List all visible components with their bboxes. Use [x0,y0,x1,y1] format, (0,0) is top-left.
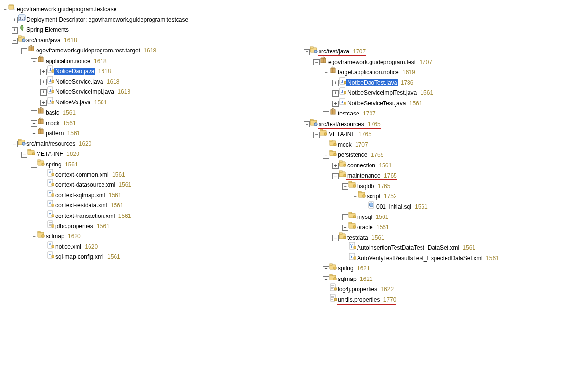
collapse-icon[interactable]: − [332,173,339,179]
tree-node[interactable]: Ycontext-testdata.xml 1561 [2,199,294,209]
expand-icon[interactable]: + [31,110,37,116]
node-label[interactable]: mock [45,120,61,127]
collapse-icon[interactable]: − [21,48,27,54]
tree-node[interactable]: −src/test/resources 1765 [294,118,586,128]
collapse-icon[interactable]: − [304,49,310,55]
tree-node[interactable]: −egovframework.guideprogram.test.target … [2,44,294,55]
tree-node[interactable]: −src/main/resources 1620 [2,138,294,148]
node-label[interactable]: NoticeDao.java [54,68,95,75]
node-label[interactable]: spring [337,265,355,272]
node-label[interactable]: log4j.properties [337,286,378,293]
node-label[interactable]: basic [45,109,60,116]
node-label[interactable]: sqlmap [45,233,65,240]
node-label[interactable]: Deployment Descriptor: egovframework.gui… [26,16,189,23]
expand-icon[interactable]: + [332,80,339,86]
tree-node[interactable]: unitils.properties 1770 [294,293,586,304]
collapse-icon[interactable]: − [342,183,348,190]
expand-icon[interactable]: + [323,142,329,148]
collapse-icon[interactable]: − [31,58,37,64]
tree-node[interactable]: +connection 1561 [294,159,586,170]
expand-icon[interactable]: + [332,90,339,97]
tree-node[interactable]: 001_initial.sql 1561 [294,201,586,211]
expand-icon[interactable]: + [40,79,47,85]
tree-node[interactable]: −persistence 1765 [294,149,586,159]
node-label[interactable]: connection [346,162,376,169]
tree-node[interactable]: +spring 1621 [294,262,586,273]
expand-icon[interactable]: + [342,225,348,231]
tree-node[interactable]: −sqlmap 1620 [2,230,294,241]
node-label[interactable]: src/main/resources [26,140,76,147]
expand-icon[interactable]: + [40,100,47,106]
node-label[interactable]: NoticeService.java [54,78,104,85]
tree-node[interactable]: −src/main/java 1618 [2,34,294,45]
expand-icon[interactable]: + [332,101,339,107]
node-label[interactable]: script [366,193,382,200]
tree-node[interactable]: −script 1752 [294,190,586,201]
node-label[interactable]: NoticeServiceImplTest.java [346,89,418,96]
node-label[interactable]: NoticeVo.java [54,99,91,106]
tree-node[interactable]: +oracle 1561 [294,221,586,231]
node-label[interactable]: NoticeServiceImpl.java [54,89,115,95]
tree-node[interactable]: −META-INF 1620 [2,148,294,158]
collapse-icon[interactable]: − [313,59,320,65]
collapse-icon[interactable]: − [313,132,320,138]
tree-node[interactable]: YAutoInsertionTestDataTest_DataSet.xml 1… [294,242,586,252]
tree-node[interactable]: +JNoticeServiceImpl.java 1618 [2,86,294,96]
node-label[interactable]: META-INF [35,151,64,157]
collapse-icon[interactable]: − [332,235,339,241]
node-label[interactable]: oracle [356,224,374,230]
node-label[interactable]: sql-map-config.xml [54,254,105,260]
tree-node[interactable]: −Jegovframework.guideprogram.testcase [2,3,294,13]
expand-icon[interactable]: + [40,89,47,96]
node-label[interactable]: pattern [45,130,64,137]
expand-icon[interactable]: + [12,27,18,34]
collapse-icon[interactable]: − [304,121,310,127]
node-label[interactable]: spring [45,161,63,168]
tree-node[interactable]: −egovframework.guideprogram.test 1707 [294,56,586,66]
node-label[interactable]: mock [337,141,353,148]
tree-node[interactable]: jdbc.properties 1561 [2,220,294,230]
node-label[interactable]: AutoVerifyTestResultsTest_ExpectedDataSe… [356,255,484,262]
tree-node[interactable]: log4j.properties 1622 [294,283,586,293]
tree-node[interactable]: Ycontext-datasource.xml 1561 [2,178,294,189]
tree-node[interactable]: Ynotice.xml 1620 [2,241,294,251]
node-label[interactable]: NoticeServiceTest.java [346,100,407,107]
node-label[interactable]: Spring Elements [26,26,70,33]
collapse-icon[interactable]: − [323,153,329,159]
collapse-icon[interactable]: − [2,7,8,13]
expand-icon[interactable]: + [323,266,329,272]
tree-node[interactable]: +mock 1707 [294,139,586,149]
node-label[interactable]: context-sqlmap.xml [54,192,106,199]
expand-icon[interactable]: + [323,111,329,117]
node-label[interactable]: application.notice [45,58,91,64]
tree-node[interactable]: −hsqldb 1765 [294,180,586,191]
tree-node[interactable]: −META-INF 1765 [294,128,586,139]
tree-node[interactable]: −spring 1561 [2,158,294,169]
node-label[interactable]: hsqldb [356,183,375,190]
expand-icon[interactable]: + [31,120,37,127]
tree-node[interactable]: +sqlmap 1621 [294,273,586,283]
tree-node[interactable]: +JNoticeVo.java 1561 [2,96,294,107]
tree-node[interactable]: +testcase 1707 [294,107,586,118]
tree-node[interactable]: Ycontext-common.xml 1561 [2,168,294,178]
tree-node[interactable]: +JNoticeServiceImplTest.java 1561 [294,87,586,97]
node-label[interactable]: sqlmap [337,276,358,282]
tree-node[interactable]: Ycontext-transaction.xml 1561 [2,210,294,220]
node-label[interactable]: egovframework.guideprogram.testcase [16,6,117,13]
node-label[interactable]: egovframework.guideprogram.test.target [35,47,141,54]
node-label[interactable]: jdbc.properties [54,223,94,229]
node-label[interactable]: src/main/java [26,37,62,44]
node-label[interactable]: unitils.properties [337,296,381,303]
node-label[interactable]: NoticeDaoTest.java [346,79,398,86]
node-label[interactable]: maintenance [346,172,382,179]
tree-node[interactable]: +JNoticeDao.java 1618 [2,65,294,76]
expand-icon[interactable]: + [323,276,329,282]
node-label[interactable]: src/test/resources [318,121,365,127]
tree-node[interactable]: +pattern 1561 [2,127,294,138]
tree-node[interactable]: +mock 1561 [2,117,294,127]
tree-node[interactable]: YAutoVerifyTestResultsTest_ExpectedDataS… [294,252,586,262]
node-label[interactable]: src/test/java [318,48,350,55]
tree-node[interactable]: +2.5Deployment Descriptor: egovframework… [2,13,294,24]
node-label[interactable]: persistence [337,152,368,158]
collapse-icon[interactable]: − [31,162,37,168]
